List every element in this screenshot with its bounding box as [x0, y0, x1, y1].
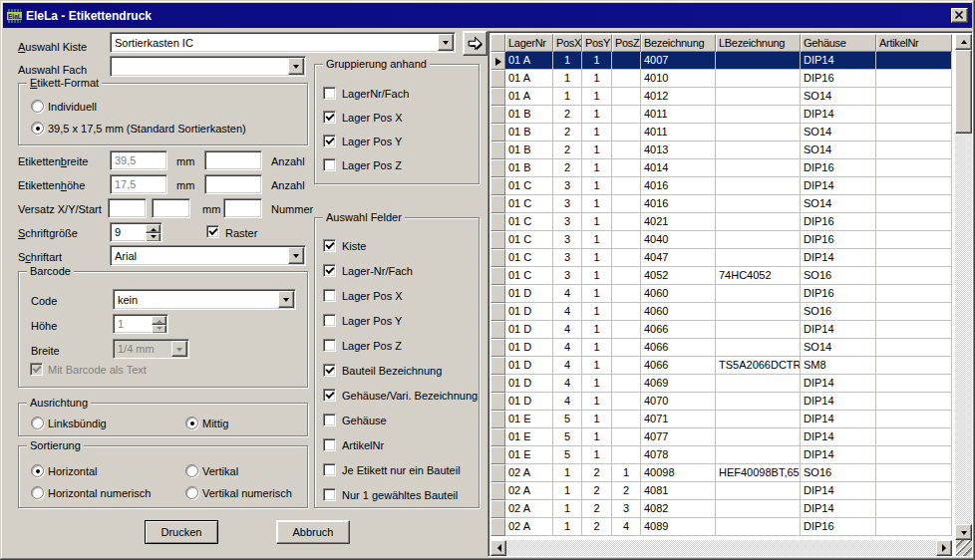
table-cell[interactable]: 1: [582, 375, 612, 393]
felder-item-checkbox[interactable]: [323, 414, 336, 426]
table-cell[interactable]: [876, 411, 952, 428]
table-cell[interactable]: 01 C: [505, 249, 553, 267]
table-cell[interactable]: DIP14: [801, 177, 876, 195]
table-cell[interactable]: 1: [582, 267, 612, 285]
table-cell[interactable]: SO14: [801, 339, 876, 357]
barcode-code-combobox[interactable]: kein: [113, 289, 296, 310]
table-cell[interactable]: 74HC4052: [716, 267, 801, 285]
table-cell[interactable]: [716, 88, 801, 106]
schriftgroesse-spin-buttons[interactable]: [146, 224, 161, 240]
scroll-right-button[interactable]: [936, 540, 952, 556]
table-cell[interactable]: 1: [553, 70, 582, 88]
table-cell[interactable]: 1: [553, 518, 582, 536]
grid-header-bezeichnung[interactable]: Bezeichnung: [641, 34, 716, 52]
table-cell[interactable]: 40098: [641, 464, 716, 482]
table-cell[interactable]: 1: [582, 106, 612, 124]
table-cell[interactable]: [876, 464, 952, 482]
felder-item-checkbox[interactable]: [323, 488, 336, 501]
table-cell[interactable]: 4069: [641, 375, 716, 393]
grid-header-artikelnr[interactable]: ArtikelNr: [876, 34, 952, 52]
table-cell[interactable]: 01 E: [505, 411, 553, 428]
table-cell[interactable]: 01 D: [505, 339, 553, 357]
table-cell[interactable]: SO14: [801, 141, 876, 159]
table-cell[interactable]: 4010: [641, 70, 716, 88]
table-cell[interactable]: 01 D: [505, 285, 553, 303]
schriftgroesse-spinedit[interactable]: 9: [110, 222, 162, 242]
table-cell[interactable]: [612, 428, 641, 446]
etikettenhoehe-input[interactable]: 17,5: [110, 174, 167, 194]
table-cell[interactable]: [876, 141, 952, 159]
auswahl-fach-combobox[interactable]: [110, 56, 306, 77]
table-cell[interactable]: 01 A: [505, 70, 553, 88]
table-cell[interactable]: 01 A: [505, 52, 553, 70]
table-cell[interactable]: DIP14: [801, 106, 876, 124]
table-cell[interactable]: 1: [553, 52, 582, 70]
table-cell[interactable]: [716, 411, 801, 428]
table-cell[interactable]: 2: [553, 141, 582, 159]
sortierung-radio[interactable]: [31, 486, 44, 499]
table-cell[interactable]: 1: [582, 249, 612, 267]
transfer-arrow-button[interactable]: [463, 31, 488, 56]
table-cell[interactable]: 4040: [641, 231, 716, 249]
table-cell[interactable]: DIP16: [801, 518, 876, 536]
table-cell[interactable]: 1: [582, 231, 612, 249]
table-cell[interactable]: [612, 52, 641, 70]
table-cell[interactable]: SO14: [801, 88, 876, 106]
table-cell[interactable]: 02 A: [505, 518, 553, 536]
table-cell[interactable]: DIP14: [801, 249, 876, 267]
ausrichtung-radio[interactable]: [185, 417, 198, 429]
table-cell[interactable]: 01 E: [505, 428, 553, 446]
table-cell[interactable]: 4052: [641, 267, 716, 285]
table-cell[interactable]: 01 C: [505, 213, 553, 231]
schriftart-combobox[interactable]: Arial: [110, 245, 306, 266]
table-cell[interactable]: 01 B: [505, 106, 553, 124]
versatz-start-input[interactable]: [223, 198, 262, 218]
table-cell[interactable]: 4077: [641, 428, 716, 446]
table-cell[interactable]: 1: [582, 321, 612, 339]
table-cell[interactable]: 5: [553, 428, 582, 446]
table-cell[interactable]: 2: [553, 106, 582, 124]
table-cell[interactable]: 1: [582, 141, 612, 159]
table-cell[interactable]: DIP14: [801, 500, 876, 518]
table-cell[interactable]: 4011: [641, 106, 716, 124]
table-cell[interactable]: 01 C: [505, 267, 553, 285]
table-cell[interactable]: [612, 321, 641, 339]
etikett-format-radio[interactable]: [31, 100, 44, 113]
table-cell[interactable]: SO16: [801, 267, 876, 285]
table-cell[interactable]: [876, 518, 952, 536]
table-cell[interactable]: 01 B: [505, 141, 553, 159]
table-cell[interactable]: 1: [582, 213, 612, 231]
table-cell[interactable]: 3: [553, 195, 582, 213]
table-cell[interactable]: [612, 411, 641, 428]
table-cell[interactable]: [876, 446, 952, 464]
table-cell[interactable]: 3: [553, 177, 582, 195]
table-cell[interactable]: SO14: [801, 124, 876, 141]
grid-header-posz[interactable]: PosZ: [612, 34, 641, 52]
table-cell[interactable]: 4060: [641, 303, 716, 321]
felder-item-checkbox[interactable]: [323, 438, 336, 451]
grid-header-posy[interactable]: PosY: [582, 34, 612, 52]
table-cell[interactable]: [876, 249, 952, 267]
barcode-breite-combobox[interactable]: 1/4 mm: [113, 339, 189, 359]
table-cell[interactable]: 5: [553, 446, 582, 464]
horizontal-scrollbar[interactable]: [490, 540, 952, 556]
table-cell[interactable]: [612, 267, 641, 285]
table-cell[interactable]: [716, 303, 801, 321]
table-cell[interactable]: [876, 70, 952, 88]
table-cell[interactable]: [716, 106, 801, 124]
table-cell[interactable]: [876, 500, 952, 518]
felder-item-checkbox[interactable]: [323, 289, 336, 302]
table-cell[interactable]: 4: [553, 303, 582, 321]
table-cell[interactable]: DIP14: [801, 411, 876, 428]
gruppierung-item-checkbox[interactable]: [323, 135, 336, 147]
table-cell[interactable]: [876, 339, 952, 357]
spin-down-button[interactable]: [152, 325, 166, 334]
table-cell[interactable]: [716, 231, 801, 249]
table-cell[interactable]: 01 D: [505, 321, 553, 339]
table-cell[interactable]: [612, 141, 641, 159]
table-cell[interactable]: 4081: [641, 482, 716, 500]
table-cell[interactable]: 02 A: [505, 464, 553, 482]
table-cell[interactable]: 1: [582, 339, 612, 357]
table-cell[interactable]: 1: [553, 88, 582, 106]
table-cell[interactable]: [876, 285, 952, 303]
